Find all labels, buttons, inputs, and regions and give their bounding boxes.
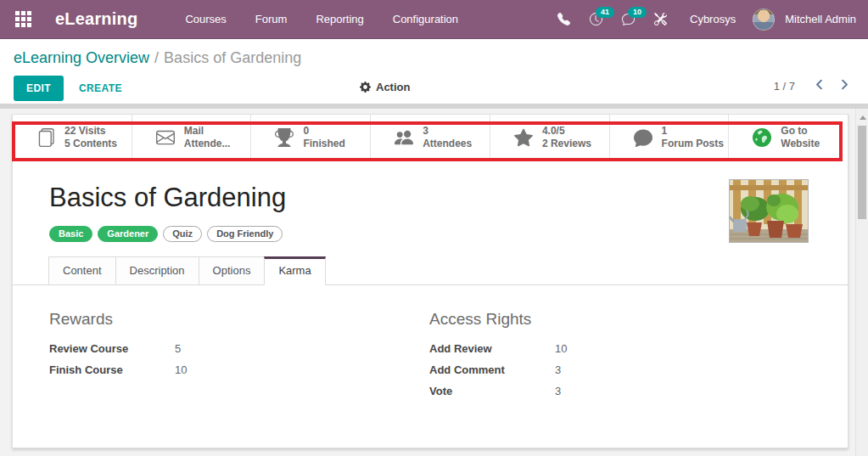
app-brand[interactable]: eLearning xyxy=(55,9,137,29)
form-sheet: 22 Visits5 Contents Mail Attende... 0Fin… xyxy=(12,114,848,448)
field-label-add-review: Add Review xyxy=(429,342,555,355)
stat-button-finished[interactable]: 0Finished xyxy=(251,115,371,160)
vertical-scrollbar[interactable] xyxy=(855,109,868,456)
tab-description[interactable]: Description xyxy=(115,256,199,285)
breadcrumb: eLearning Overview/Basics of Gardening xyxy=(0,39,868,67)
edit-button[interactable]: EDIT xyxy=(14,76,64,101)
pager-previous-button[interactable] xyxy=(814,79,827,93)
karma-row: Add Review 10 xyxy=(429,342,786,355)
create-button[interactable]: CREATE xyxy=(79,82,122,94)
tab-options[interactable]: Options xyxy=(199,256,266,285)
tag-gardener[interactable]: Gardener xyxy=(98,226,158,242)
field-value-review-course: 5 xyxy=(175,342,181,355)
menu-item-reporting[interactable]: Reporting xyxy=(316,13,363,25)
course-title: Basics of Gardening xyxy=(49,183,286,213)
scrollbar-thumb[interactable] xyxy=(858,126,866,219)
stat-line1: 22 Visits xyxy=(64,125,105,137)
elearning-backend-window: eLearning Courses Forum Reporting Config… xyxy=(0,0,868,456)
chevron-left-icon xyxy=(814,79,825,90)
control-panel: eLearning Overview/Basics of Gardening E… xyxy=(0,39,868,104)
activities-clock-icon[interactable]: 41 xyxy=(588,12,603,27)
tools-icon[interactable] xyxy=(652,12,668,27)
stat-line1: 3 xyxy=(423,125,428,137)
main-menu: Courses Forum Reporting Configuration xyxy=(185,13,458,25)
tab-content[interactable]: Content xyxy=(48,256,116,285)
field-label-review-course: Review Course xyxy=(49,342,175,355)
action-menu-button[interactable]: Action xyxy=(360,81,410,93)
field-label-add-comment: Add Comment xyxy=(429,363,555,376)
stat-line2: 2 Reviews xyxy=(542,138,591,149)
stat-button-forum-posts[interactable]: 1Forum Posts xyxy=(610,115,730,160)
karma-row: Vote 3 xyxy=(429,385,786,397)
pager-count: 1 / 7 xyxy=(774,80,795,93)
apps-menu-icon[interactable] xyxy=(15,11,31,27)
breadcrumb-parent-link[interactable]: eLearning Overview xyxy=(14,49,149,66)
stat-line2: Forum Posts xyxy=(662,138,724,149)
globe-icon xyxy=(753,128,771,147)
field-value-finish-course: 10 xyxy=(175,363,187,376)
navbar-systray: 41 10 Cybrosys Mitchell Admin xyxy=(556,8,856,31)
access-rights-heading: Access Rights xyxy=(429,310,786,329)
user-avatar[interactable] xyxy=(753,8,775,31)
stat-button-bar: 22 Visits5 Contents Mail Attende... 0Fin… xyxy=(13,115,848,160)
breadcrumb-current: Basics of Gardening xyxy=(164,49,301,66)
tab-karma[interactable]: Karma xyxy=(264,256,325,285)
field-value-vote: 3 xyxy=(555,385,561,397)
record-pager: 1 / 7 xyxy=(774,79,853,93)
company-switcher[interactable]: Cybrosys xyxy=(690,13,736,25)
karma-row: Review Course 5 xyxy=(49,342,406,355)
user-menu[interactable]: Mitchell Admin xyxy=(785,13,856,25)
notebook-tabs: Content Description Options Karma xyxy=(13,257,848,285)
rewards-heading: Rewards xyxy=(49,310,406,329)
rewards-section: Rewards Review Course 5 Finish Course 10 xyxy=(49,310,406,385)
tag-dog-friendly[interactable]: Dog Friendly xyxy=(207,226,283,242)
karma-row: Finish Course 10 xyxy=(49,363,406,376)
scroll-up-arrow-icon[interactable] xyxy=(860,115,866,120)
chevron-right-icon xyxy=(839,79,850,90)
course-image xyxy=(729,179,809,243)
field-value-add-comment: 3 xyxy=(555,363,561,376)
contents-copy-icon xyxy=(36,128,55,147)
stat-button-reviews[interactable]: 4.0/52 Reviews xyxy=(490,115,610,160)
activities-badge: 41 xyxy=(596,7,614,18)
stat-button-mail-attendees[interactable]: Mail Attende... xyxy=(132,115,252,160)
menu-item-configuration[interactable]: Configuration xyxy=(393,13,458,25)
comment-icon xyxy=(634,128,652,147)
trophy-icon xyxy=(275,128,294,147)
control-panel-buttons: EDIT CREATE Action 1 / 7 xyxy=(0,67,868,101)
access-rights-section: Access Rights Add Review 10 Add Comment … xyxy=(429,310,786,406)
stat-line2: Finished xyxy=(303,138,344,149)
messages-icon[interactable]: 10 xyxy=(620,12,636,27)
messages-badge: 10 xyxy=(628,7,647,18)
stat-line1: 4.0/5 xyxy=(542,125,565,137)
stat-line1: Go to xyxy=(781,125,807,137)
karma-row: Add Comment 3 xyxy=(429,363,786,376)
pager-next-button[interactable] xyxy=(839,79,853,93)
field-value-add-review: 10 xyxy=(555,342,567,355)
star-icon xyxy=(514,128,533,147)
stat-button-go-to-website[interactable]: Go toWebsite xyxy=(729,115,848,160)
stat-line1: Mail Attende... xyxy=(184,125,231,149)
course-tags: Basic Gardener Quiz Dog Friendly xyxy=(49,226,283,242)
field-label-finish-course: Finish Course xyxy=(49,363,175,376)
gear-icon xyxy=(360,82,371,93)
tag-quiz[interactable]: Quiz xyxy=(163,226,202,242)
field-label-vote: Vote xyxy=(429,385,555,397)
stat-line1: 0 xyxy=(303,125,309,137)
stat-line2: Attendees xyxy=(423,138,472,149)
breadcrumb-separator: / xyxy=(154,49,159,66)
attendees-icon xyxy=(395,128,413,147)
stat-line2: 5 Contents xyxy=(64,138,117,149)
action-menu-label: Action xyxy=(376,81,410,93)
envelope-icon xyxy=(156,128,175,147)
tag-basic[interactable]: Basic xyxy=(49,226,92,242)
form-view-area: 22 Visits5 Contents Mail Attende... 0Fin… xyxy=(0,109,868,456)
stat-button-attendees[interactable]: 3Attendees xyxy=(371,115,490,160)
stat-button-visits-contents[interactable]: 22 Visits5 Contents xyxy=(13,115,132,160)
stat-line1: 1 xyxy=(662,125,668,137)
top-navbar: eLearning Courses Forum Reporting Config… xyxy=(0,0,868,39)
phone-icon[interactable] xyxy=(556,12,571,27)
menu-item-courses[interactable]: Courses xyxy=(185,13,226,25)
menu-item-forum[interactable]: Forum xyxy=(255,13,288,25)
stat-line2: Website xyxy=(781,138,820,149)
